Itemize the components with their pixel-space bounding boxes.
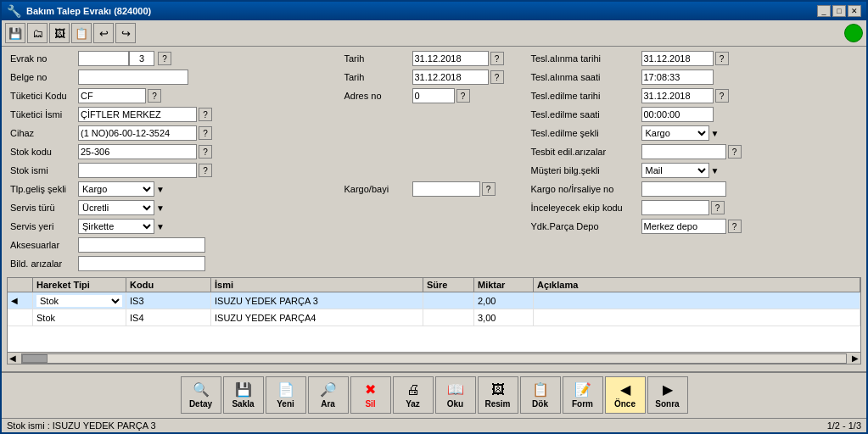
- hscroll-track[interactable]: [21, 353, 847, 364]
- stok-kodu-input[interactable]: [78, 144, 197, 159]
- td-code-2: IS4: [126, 309, 211, 326]
- adres-no-input[interactable]: [412, 88, 455, 103]
- tuketici-kodu-row: Tüketici Kodu ?: [10, 87, 338, 104]
- table-row[interactable]: Stok IS4 ISUZU YEDEK PARÇA4 3,00: [8, 309, 860, 326]
- tesbit-row: Tesbit edil.arızalar ?: [531, 143, 859, 160]
- servis-yeri-select[interactable]: Şirkette: [78, 219, 154, 234]
- td-sure-2: [423, 309, 474, 326]
- td-aciklama-2: [534, 309, 860, 326]
- stok-kodu-row: Stok kodu ?: [10, 143, 338, 160]
- inceleyecek-input[interactable]: [641, 200, 709, 215]
- close-button[interactable]: ✕: [848, 5, 861, 17]
- sil-button[interactable]: ✖ Sil: [350, 376, 391, 414]
- tesbit-help[interactable]: ?: [728, 145, 742, 159]
- tarih2-input[interactable]: [412, 70, 489, 85]
- kargo-no-input[interactable]: [641, 181, 726, 197]
- tuketici-kodu-label: Tüketici Kodu: [10, 91, 78, 101]
- tuketici-ismi-help[interactable]: ?: [199, 108, 212, 121]
- toolbar-btn-5[interactable]: ↩: [93, 23, 114, 43]
- toolbar: 💾 🗂 🖼 📋 ↩ ↪: [2, 20, 866, 47]
- horizontal-scrollbar[interactable]: ◀ ▶: [8, 352, 860, 364]
- tlp-gelis-row: Tlp.geliş şekli Kargo ▼: [10, 181, 338, 198]
- tesl-alinma-saati-row: Tesl.alınma saati: [531, 69, 859, 86]
- kargo-no-label: Kargo no/İrsaliye no: [531, 184, 641, 194]
- ydk-parca-help[interactable]: ?: [728, 220, 742, 233]
- dok-button[interactable]: 📋 Dök: [520, 376, 561, 414]
- musteri-select[interactable]: Mail: [641, 163, 709, 178]
- tesl-edilme-tarihi-input[interactable]: [641, 88, 714, 103]
- th-miktar: Miktar: [474, 278, 534, 292]
- stok-ismi-help[interactable]: ?: [199, 164, 212, 177]
- ydk-parca-input[interactable]: [641, 219, 726, 234]
- belge-no-row: Belge no: [10, 69, 338, 86]
- belge-no-label: Belge no: [10, 72, 78, 82]
- tesl-edilme-saati-label: Tesl.edilme saati: [531, 109, 641, 120]
- oku-button[interactable]: 📖 Oku: [435, 376, 476, 414]
- tarih1-help[interactable]: ?: [490, 52, 504, 65]
- yeni-label: Yeni: [277, 399, 294, 409]
- adres-no-label: Adres no: [344, 91, 412, 101]
- cihaz-input[interactable]: [78, 125, 197, 141]
- adres-no-help[interactable]: ?: [456, 89, 470, 103]
- toolbar-btn-6[interactable]: ↪: [115, 23, 136, 43]
- type-select-1[interactable]: Stok: [36, 295, 122, 307]
- stok-ismi-input[interactable]: [78, 163, 197, 178]
- tuketici-kodu-help[interactable]: ?: [148, 89, 161, 103]
- tarih2-help[interactable]: ?: [490, 70, 504, 84]
- evrak-no-help[interactable]: ?: [158, 52, 171, 65]
- toolbar-btn-2[interactable]: 🗂: [27, 23, 48, 43]
- tesl-alinma-tarihi-help[interactable]: ?: [715, 52, 729, 65]
- servis-turu-select[interactable]: Ücretli: [78, 200, 154, 215]
- toolbar-btn-1[interactable]: 💾: [5, 23, 25, 43]
- form-button[interactable]: 📝 Form: [563, 376, 603, 414]
- toolbar-btn-3[interactable]: 🖼: [49, 23, 70, 43]
- dok-icon: 📋: [532, 381, 549, 398]
- td-type-1[interactable]: Stok: [33, 292, 126, 309]
- sakla-label: Sakla: [232, 399, 254, 409]
- aksesuarlar-label: Aksesuarlar: [10, 240, 78, 250]
- empty-row4: [344, 162, 524, 179]
- tlp-gelis-select[interactable]: Kargo: [78, 181, 154, 197]
- stok-kodu-help[interactable]: ?: [199, 145, 212, 159]
- detay-button[interactable]: 🔍 Detay: [181, 376, 221, 414]
- yeni-icon: 📄: [277, 381, 294, 398]
- sonra-button[interactable]: ▶ Sonra: [647, 376, 688, 414]
- ara-button[interactable]: 🔎 Ara: [308, 376, 349, 414]
- tesl-edilme-sekli-select[interactable]: Kargo: [641, 125, 709, 141]
- sakla-button[interactable]: 💾 Sakla: [223, 376, 264, 414]
- aksesuarlar-input[interactable]: [78, 237, 205, 253]
- tuketici-kodu-input[interactable]: [78, 88, 146, 103]
- tuketici-ismi-input[interactable]: [78, 107, 197, 122]
- th-check: [8, 278, 33, 292]
- tesl-edilme-saati-input[interactable]: [641, 107, 714, 122]
- dok-label: Dök: [532, 399, 548, 409]
- resim-button[interactable]: 🖼 Resim: [478, 376, 518, 414]
- tesbit-input[interactable]: [641, 144, 726, 159]
- toolbar-btn-4[interactable]: 📋: [71, 23, 92, 43]
- bild-arizalar-input[interactable]: [78, 256, 205, 271]
- inceleyecek-help[interactable]: ?: [711, 201, 725, 214]
- evrak-no-input[interactable]: [78, 51, 129, 66]
- table-row[interactable]: ◀ Stok IS3 ISUZU YEDEK PARÇA 3 2,00: [8, 292, 860, 309]
- tesl-edilme-saati-row: Tesl.edilme saati: [531, 106, 859, 123]
- table-header: Hareket Tipi Kodu İsmi Süre Miktar Açıkl…: [8, 278, 860, 292]
- tesl-edilme-tarihi-help[interactable]: ?: [715, 89, 729, 103]
- once-button[interactable]: ◀ Önce: [605, 376, 646, 414]
- kargo-bayi-input[interactable]: [412, 181, 480, 197]
- minimize-button[interactable]: _: [817, 5, 831, 17]
- td-miktar-2: 3,00: [474, 309, 534, 326]
- cihaz-help[interactable]: ?: [199, 126, 212, 140]
- maximize-button[interactable]: □: [832, 5, 846, 17]
- inceleyecek-row: İnceleyecek ekip kodu ?: [531, 199, 859, 216]
- yeni-button[interactable]: 📄 Yeni: [266, 376, 306, 414]
- tarih1-input[interactable]: [412, 51, 489, 66]
- status-right: 1/2 - 1/3: [827, 420, 861, 431]
- kargo-bayi-help[interactable]: ?: [482, 182, 496, 196]
- tesl-alinma-saati-input[interactable]: [641, 70, 714, 85]
- tesbit-label: Tesbit edil.arızalar: [531, 147, 641, 157]
- tarih2-row: Tarih ?: [344, 69, 524, 86]
- belge-no-input[interactable]: [78, 70, 188, 85]
- tesl-alinma-tarihi-input[interactable]: [641, 51, 714, 66]
- table-scroll[interactable]: ◀ Stok IS3 ISUZU YEDEK PARÇA 3 2,00 Stok: [8, 292, 860, 352]
- yaz-button[interactable]: 🖨 Yaz: [393, 376, 434, 414]
